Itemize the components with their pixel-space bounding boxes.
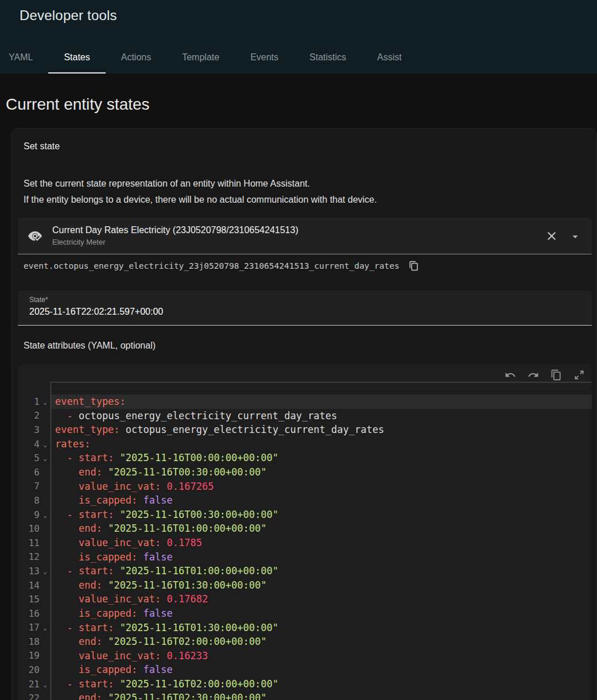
line-number: 4 bbox=[18, 439, 40, 450]
gutter-line-2: 2 bbox=[18, 409, 51, 423]
expand-icon[interactable] bbox=[573, 369, 585, 381]
line-number: 20 bbox=[18, 664, 40, 675]
line-number: 8 bbox=[18, 495, 40, 506]
code-line-6[interactable]: end: "2025-11-16T00:30:00+00:00" bbox=[51, 465, 592, 479]
line-number: 10 bbox=[18, 523, 40, 534]
fold-chevron-icon[interactable]: ⌄ bbox=[40, 511, 51, 519]
fold-chevron-icon bbox=[40, 542, 51, 543]
page-header-title: Developer tools bbox=[20, 7, 117, 24]
gutter-line-9: 9⌄ bbox=[18, 508, 51, 522]
line-number: 19 bbox=[18, 650, 40, 661]
line-number: 2 bbox=[18, 410, 40, 421]
entity-picker[interactable]: Current Day Rates Electricity (23J052079… bbox=[18, 218, 592, 254]
code-line-20[interactable]: is_capped: false bbox=[51, 663, 592, 677]
code-line-4[interactable]: rates: bbox=[51, 437, 592, 451]
gutter-line-6: 6 bbox=[18, 465, 51, 479]
line-number: 9 bbox=[18, 509, 40, 520]
set-state-description: Set the current state representation of … bbox=[24, 176, 377, 208]
fold-chevron-icon bbox=[40, 599, 51, 600]
fold-chevron-icon[interactable]: ⌄ bbox=[40, 623, 51, 632]
page-title: Current entity states bbox=[6, 95, 150, 114]
fold-chevron-icon bbox=[40, 429, 51, 430]
code-line-1[interactable]: event_types: bbox=[51, 395, 592, 409]
gutter-line-15: 15 bbox=[18, 592, 51, 606]
fold-chevron-icon[interactable]: ⌄ bbox=[40, 440, 51, 448]
tab-template[interactable]: Template bbox=[166, 41, 235, 74]
fold-chevron-icon[interactable]: ⌄ bbox=[40, 680, 51, 689]
gutter-line-18: 18 bbox=[18, 635, 51, 649]
tab-yaml[interactable]: YAML bbox=[0, 41, 48, 74]
code-line-13[interactable]: - start: "2025-11-16T01:00:00+00:00" bbox=[51, 564, 592, 578]
menu-down-icon[interactable] bbox=[569, 230, 582, 243]
entity-id-row: event.octopus_energy_electricity_23j0520… bbox=[24, 261, 419, 271]
line-number: 21 bbox=[18, 679, 40, 690]
editor-content[interactable]: event_types: - octopus_energy_electricit… bbox=[51, 382, 592, 700]
gutter-line-1: 1⌄ bbox=[18, 395, 51, 409]
code-line-16[interactable]: is_capped: false bbox=[51, 606, 592, 621]
line-number: 15 bbox=[18, 594, 40, 605]
fold-chevron-icon bbox=[40, 471, 51, 473]
fold-chevron-icon[interactable]: ⌄ bbox=[40, 397, 51, 406]
gutter-line-13: 13⌄ bbox=[18, 564, 51, 578]
tab-bar: YAMLStatesActionsTemplateEventsStatistic… bbox=[0, 41, 417, 74]
tab-assist[interactable]: Assist bbox=[362, 41, 417, 74]
code-line-8[interactable]: is_capped: false bbox=[51, 493, 592, 508]
content-copy-icon[interactable] bbox=[409, 261, 419, 271]
code-line-19[interactable]: value_inc_vat: 0.16233 bbox=[51, 649, 592, 663]
code-line-17[interactable]: - start: "2025-11-16T01:30:00+00:00" bbox=[51, 621, 592, 635]
redo-icon[interactable] bbox=[528, 369, 539, 381]
close-icon[interactable] bbox=[545, 229, 559, 243]
description-line-2: If the entity belongs to a device, there… bbox=[24, 192, 377, 208]
code-line-15[interactable]: value_inc_vat: 0.17682 bbox=[51, 592, 592, 606]
gutter-line-20: 20 bbox=[18, 663, 51, 677]
code-line-5[interactable]: - start: "2025-11-16T00:00:00+00:00" bbox=[51, 451, 592, 465]
editor-toolbar bbox=[18, 364, 592, 382]
code-line-10[interactable]: end: "2025-11-16T01:00:00+00:00" bbox=[51, 521, 592, 536]
fold-chevron-icon[interactable]: ⌄ bbox=[40, 567, 51, 575]
tab-events[interactable]: Events bbox=[235, 41, 294, 74]
editor-gutter: 1⌄234⌄5⌄6789⌄10111213⌄14151617⌄18192021⌄… bbox=[18, 382, 51, 700]
gutter-line-12: 12 bbox=[18, 550, 51, 564]
code-line-21[interactable]: - start: "2025-11-16T02:00:00+00:00" bbox=[51, 677, 592, 691]
code-line-9[interactable]: - start: "2025-11-16T00:30:00+00:00" bbox=[51, 508, 592, 522]
gutter-line-10: 10 bbox=[18, 521, 51, 536]
fold-chevron-icon bbox=[40, 585, 51, 586]
entity-name: Current Day Rates Electricity (23J052079… bbox=[52, 225, 298, 235]
entity-id: event.octopus_energy_electricity_23j0520… bbox=[24, 261, 400, 270]
code-line-11[interactable]: value_inc_vat: 0.1785 bbox=[51, 536, 592, 550]
line-number: 3 bbox=[18, 424, 40, 435]
fold-chevron-icon bbox=[40, 655, 51, 656]
line-number: 7 bbox=[18, 481, 40, 492]
line-number: 18 bbox=[18, 636, 40, 647]
copy-icon[interactable] bbox=[551, 369, 562, 381]
gutter-line-8: 8 bbox=[18, 493, 51, 508]
code-line-2[interactable]: - octopus_energy_electricity_current_day… bbox=[51, 409, 592, 423]
state-attributes-label: State attributes (YAML, optional) bbox=[24, 341, 156, 351]
state-field[interactable]: State* bbox=[18, 291, 592, 326]
state-input[interactable] bbox=[29, 307, 569, 317]
code-line-18[interactable]: end: "2025-11-16T02:00:00+00:00" bbox=[51, 635, 592, 649]
undo-icon[interactable] bbox=[505, 369, 516, 381]
developer-tools-page: { "header": { "title": "Developer tools"… bbox=[0, 0, 597, 700]
code-line-12[interactable]: is_capped: false bbox=[51, 550, 592, 564]
code-line-14[interactable]: end: "2025-11-16T01:30:00+00:00" bbox=[51, 578, 592, 593]
set-state-title: Set state bbox=[24, 141, 60, 152]
fold-chevron-icon[interactable]: ⌄ bbox=[40, 454, 51, 462]
gutter-line-19: 19 bbox=[18, 649, 51, 663]
fold-chevron-icon bbox=[40, 670, 51, 671]
fold-chevron-icon bbox=[40, 486, 51, 487]
tab-states[interactable]: States bbox=[48, 41, 105, 74]
fold-chevron-icon bbox=[40, 556, 51, 558]
tab-statistics[interactable]: Statistics bbox=[294, 41, 362, 74]
code-line-3[interactable]: event_type: octopus_energy_electricity_c… bbox=[51, 423, 592, 437]
code-line-7[interactable]: value_inc_vat: 0.167265 bbox=[51, 479, 592, 494]
fold-chevron-icon bbox=[40, 641, 51, 642]
line-number: 22 bbox=[18, 693, 40, 700]
fold-chevron-icon bbox=[40, 613, 51, 614]
line-number: 6 bbox=[18, 467, 40, 478]
tab-actions[interactable]: Actions bbox=[106, 41, 166, 74]
code-line-22[interactable]: end: "2025-11-16T02:30:00+00:00" bbox=[51, 691, 592, 700]
entity-picker-texts: Current Day Rates Electricity (23J052079… bbox=[52, 225, 298, 246]
fold-chevron-icon bbox=[40, 500, 51, 501]
yaml-editor[interactable]: 1⌄234⌄5⌄6789⌄10111213⌄14151617⌄18192021⌄… bbox=[18, 364, 592, 700]
